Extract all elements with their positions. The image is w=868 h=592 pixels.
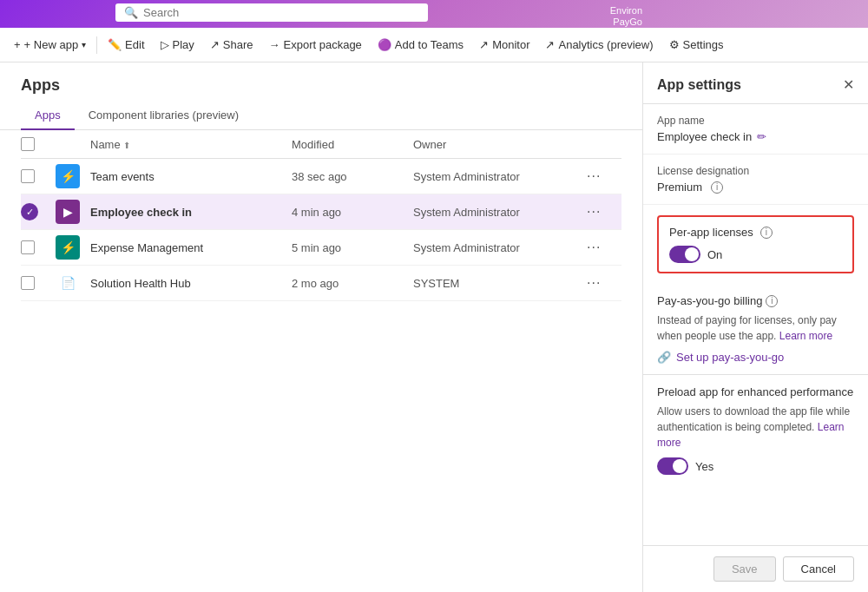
preload-section: Preload app for enhanced performance All… [643,375,868,485]
export-icon: → [269,38,280,51]
table-header: Name ⬆ Modified Owner [21,130,621,159]
preload-toggle-row: Yes [657,457,854,475]
row-2-owner: System Administrator [413,206,587,219]
row-3-owner: System Administrator [413,241,587,254]
row-2-icon: ▶ [56,200,90,224]
new-app-icon: + [14,38,21,51]
preload-desc: Allow users to download the app file whi… [657,404,854,451]
share-button[interactable]: ↗ Share [203,35,260,55]
table-row[interactable]: ⚡ Team events 38 sec ago System Administ… [21,159,621,194]
row-3-cb[interactable] [21,240,35,254]
settings-icon: ⚙ [669,38,680,51]
app-name-value: Employee check in ✏ [657,130,854,143]
analytics-button[interactable]: ↗ Analytics (preview) [538,35,660,55]
row-1-more[interactable]: ··· [587,168,621,184]
license-info-icon[interactable]: i [711,181,723,194]
app-icon-purple: ▶ [56,200,80,224]
row-1-checkbox[interactable] [21,169,35,183]
page-title-area: Apps [0,62,642,95]
row-1-name: Team events [90,170,292,183]
teams-icon: 🟣 [378,38,391,51]
per-app-label: Per-app licenses i [669,226,842,239]
edit-app-name-icon[interactable]: ✏ [757,130,766,143]
row-4-cb[interactable] [21,276,35,290]
select-all-checkbox[interactable] [21,137,35,151]
row-3-icon: ⚡ [56,235,90,260]
close-button[interactable]: ✕ [843,76,854,93]
payg-section: Pay-as-you-go billing i Instead of payin… [643,284,868,374]
left-content: Apps Apps Component libraries (preview) … [0,62,642,592]
table-row[interactable]: ⚡ Expense Management 5 min ago System Ad… [21,230,621,266]
env-line1: Environ [610,5,642,16]
row-2-more[interactable]: ··· [587,204,621,220]
license-value: Premium i [657,181,854,194]
app-name-section: App name Employee check in ✏ [643,104,868,155]
row-3-name: Expense Management [90,241,292,254]
payg-desc: Instead of paying for licenses, only pay… [657,312,854,344]
row-4-checkbox[interactable] [21,276,56,290]
table-area: Name ⬆ Modified Owner ⚡ Team events 38 s… [0,130,642,301]
monitor-button[interactable]: ↗ Monitor [472,35,536,55]
row-4-name: Solution Health Hub [90,277,292,290]
row-2-selected-check: ✓ [21,203,38,220]
search-input[interactable] [143,6,404,19]
right-panel: App settings ✕ App name Employee check i… [642,62,868,592]
settings-button[interactable]: ⚙ Settings [662,35,731,55]
preload-toggle[interactable] [657,457,688,475]
preload-toggle-knob [673,459,687,473]
panel-title: App settings [657,77,741,93]
row-3-checkbox[interactable] [21,240,56,254]
play-button[interactable]: ▷ Play [154,35,201,55]
search-box[interactable]: 🔍 [115,3,428,22]
preload-toggle-text: Yes [695,460,713,473]
header-name[interactable]: Name ⬆ [90,138,292,151]
add-to-teams-button[interactable]: 🟣 Add to Teams [371,35,470,55]
row-3-more[interactable]: ··· [587,240,621,255]
toolbar: + + New app ▾ ✏️ Edit ▷ Play ↗ Share → E… [0,28,868,62]
search-icon: 🔍 [124,6,138,19]
save-button[interactable]: Save [713,556,776,582]
analytics-icon: ↗ [545,38,555,51]
tab-apps[interactable]: Apps [21,102,75,130]
chevron-down-icon: ▾ [82,40,86,49]
per-app-box: Per-app licenses i On [657,215,854,273]
header-check[interactable] [21,137,56,151]
edit-button[interactable]: ✏️ Edit [101,35,151,55]
row-4-modified: 2 mo ago [292,277,413,290]
main-layout: Apps Apps Component libraries (preview) … [0,62,868,592]
payg-learn-more-link[interactable]: Learn more [779,330,832,342]
row-4-more[interactable]: ··· [587,275,621,291]
payg-setup-link[interactable]: 🔗 Set up pay-as-you-go [657,351,854,364]
cancel-button[interactable]: Cancel [783,556,854,582]
header-owner[interactable]: Owner [413,138,587,151]
monitor-icon: ↗ [479,38,489,51]
env-info: Environ PayGo [610,5,642,28]
per-app-toggle-text: On [707,248,722,261]
payg-info-icon[interactable]: i [766,295,778,307]
row-4-icon: 📄 [56,271,90,295]
tab-component-libraries[interactable]: Component libraries (preview) [75,102,253,130]
panel-header: App settings ✕ [643,62,868,104]
row-3-modified: 5 min ago [292,241,413,254]
env-line2: PayGo [610,16,642,28]
app-icon-doc: 📄 [56,271,80,295]
table-row[interactable]: ✓ ▶ Employee check in 4 min ago System A… [21,194,621,230]
per-app-toggle[interactable] [669,246,700,263]
per-app-info-icon[interactable]: i [760,227,773,239]
row-2-modified: 4 min ago [292,206,413,219]
row-checkbox-1[interactable] [21,169,56,183]
row-2-check[interactable]: ✓ [21,203,56,220]
payg-setup-icon: 🔗 [657,351,671,364]
sort-icon: ⬆ [123,141,130,150]
preload-title: Preload app for enhanced performance [657,385,854,398]
share-icon: ↗ [210,38,220,51]
table-row[interactable]: 📄 Solution Health Hub 2 mo ago SYSTEM ··… [21,266,621,301]
export-button[interactable]: → Export package [262,35,369,55]
new-app-button[interactable]: + + New app ▾ [7,35,93,55]
row-1-icon: ⚡ [56,164,90,188]
play-icon: ▷ [161,38,169,51]
header-modified[interactable]: Modified [292,138,413,151]
app-name-label: App name [657,115,854,127]
edit-icon: ✏️ [108,38,122,51]
panel-footer: Save Cancel [643,545,868,592]
